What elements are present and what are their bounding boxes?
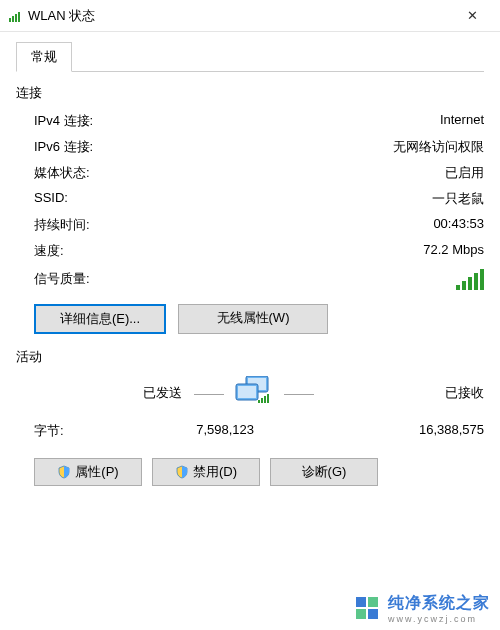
ipv6-value: 无网络访问权限 — [354, 138, 484, 156]
received-label: 已接收 — [314, 384, 484, 402]
signal-bars-icon — [456, 268, 484, 290]
activity-group-label: 活动 — [16, 348, 484, 366]
close-icon: ✕ — [467, 8, 478, 23]
watermark-text: 纯净系统之家 — [388, 593, 490, 614]
bytes-sent-value: 7,598,123 — [94, 422, 254, 440]
activity-header: 已发送 ——— ——— 已接收 — [34, 376, 484, 410]
content-area: 常规 连接 IPv4 连接: Internet IPv6 连接: 无网络访问权限… — [0, 32, 500, 486]
bytes-received-value: 16,388,575 — [324, 422, 484, 440]
svg-rect-1 — [12, 16, 14, 22]
media-value: 已启用 — [354, 164, 484, 182]
svg-rect-15 — [368, 609, 378, 619]
activity-panel: 已发送 ——— ——— 已接收 字节: 7,598,123 — [34, 376, 484, 486]
media-label: 媒体状态: — [34, 164, 354, 182]
duration-value: 00:43:53 — [354, 216, 484, 234]
row-duration: 持续时间: 00:43:53 — [34, 216, 484, 234]
svg-rect-14 — [356, 609, 366, 619]
svg-rect-0 — [9, 18, 11, 22]
watermark-logo-icon — [354, 595, 382, 623]
activity-bytes-row: 字节: 7,598,123 16,388,575 — [34, 422, 484, 440]
row-ssid: SSID: 一只老鼠 — [34, 190, 484, 208]
diagnose-button-label: 诊断(G) — [302, 463, 347, 481]
speed-value: 72.2 Mbps — [354, 242, 484, 260]
connection-group-label: 连接 — [16, 84, 484, 102]
shield-icon — [175, 465, 189, 479]
duration-label: 持续时间: — [34, 216, 354, 234]
bytes-label: 字节: — [34, 422, 94, 440]
wlan-signal-icon — [8, 9, 22, 23]
watermark: 纯净系统之家 www.ycwzj.com — [354, 593, 490, 624]
row-signal: 信号质量: — [34, 268, 484, 290]
tab-bar: 常规 — [16, 42, 484, 72]
ipv6-label: IPv6 连接: — [34, 138, 354, 156]
titlebar: WLAN 状态 ✕ — [0, 0, 500, 32]
svg-rect-7 — [238, 386, 256, 398]
diagnose-button[interactable]: 诊断(G) — [270, 458, 378, 486]
shield-icon — [57, 465, 71, 479]
window-title: WLAN 状态 — [28, 7, 452, 25]
connection-button-row: 详细信息(E)... 无线属性(W) — [34, 304, 484, 334]
svg-rect-11 — [267, 394, 269, 403]
sent-label: 已发送 — [34, 384, 194, 402]
activity-monitors-icon — [224, 376, 284, 410]
watermark-sub: www.ycwzj.com — [388, 614, 490, 624]
activity-button-row: 属性(P) 禁用(D) 诊断(G) — [34, 458, 484, 486]
disable-button-label: 禁用(D) — [193, 463, 237, 481]
svg-rect-12 — [356, 597, 366, 607]
svg-rect-10 — [264, 396, 266, 403]
disable-button[interactable]: 禁用(D) — [152, 458, 260, 486]
row-speed: 速度: 72.2 Mbps — [34, 242, 484, 260]
row-ipv4: IPv4 连接: Internet — [34, 112, 484, 130]
tab-general[interactable]: 常规 — [16, 42, 72, 72]
ipv4-label: IPv4 连接: — [34, 112, 354, 130]
properties-button-label: 属性(P) — [75, 463, 118, 481]
close-button[interactable]: ✕ — [452, 0, 492, 31]
ssid-label: SSID: — [34, 190, 354, 208]
row-ipv6: IPv6 连接: 无网络访问权限 — [34, 138, 484, 156]
dash-left: ——— — [194, 388, 224, 399]
wireless-properties-button[interactable]: 无线属性(W) — [178, 304, 328, 334]
svg-rect-13 — [368, 597, 378, 607]
ssid-value: 一只老鼠 — [354, 190, 484, 208]
properties-button[interactable]: 属性(P) — [34, 458, 142, 486]
svg-rect-3 — [18, 12, 20, 22]
svg-rect-8 — [258, 400, 260, 403]
dash-right: ——— — [284, 388, 314, 399]
svg-rect-2 — [15, 14, 17, 22]
signal-label: 信号质量: — [34, 270, 456, 288]
svg-rect-9 — [261, 398, 263, 403]
details-button[interactable]: 详细信息(E)... — [34, 304, 166, 334]
speed-label: 速度: — [34, 242, 354, 260]
row-media: 媒体状态: 已启用 — [34, 164, 484, 182]
ipv4-value: Internet — [354, 112, 484, 130]
